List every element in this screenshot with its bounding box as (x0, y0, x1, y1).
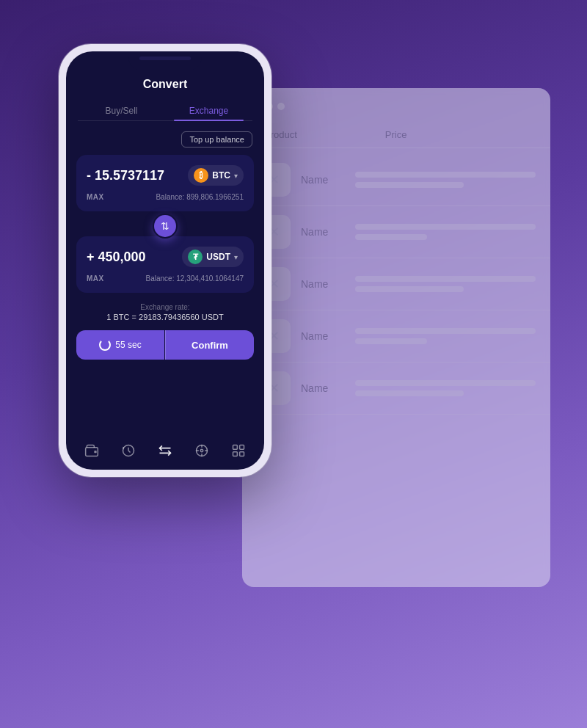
to-currency-selector[interactable]: ₮ USDT ▾ (182, 247, 244, 267)
table-row: Name (242, 206, 550, 258)
svg-rect-1 (94, 451, 96, 453)
product-name: Name (301, 382, 345, 394)
price-line-2 (355, 390, 464, 396)
confirm-button[interactable]: Confirm (165, 330, 254, 360)
background-card: Product Price Name Name Name Name (242, 88, 550, 587)
from-currency-name: BTC (212, 170, 230, 181)
to-currency-name: USDT (206, 252, 230, 262)
product-name: Name (301, 226, 345, 238)
top-up-wrapper: Top up balance (66, 131, 264, 155)
phone-frame: Convert Buy/Sell Exchange Top up balance… (59, 44, 271, 477)
from-footer: MAX Balance: 899,806.1966251 (87, 193, 244, 201)
swap-button[interactable]: ⇅ (153, 214, 178, 239)
bottom-navigation (66, 434, 264, 470)
price-lines (355, 276, 536, 292)
from-balance: Balance: 899,806.1966251 (156, 193, 244, 201)
grid-icon (231, 443, 246, 458)
svg-point-6 (200, 449, 203, 451)
action-buttons: 55 sec Confirm (76, 330, 254, 360)
swap-wrapper: ⇅ (66, 214, 264, 239)
table-row: Name (242, 154, 550, 206)
table-row: Name (242, 310, 550, 363)
price-lines (355, 380, 536, 396)
timer-label: 55 sec (115, 340, 141, 350)
to-balance: Balance: 12,304,410.1064147 (146, 274, 244, 283)
svg-rect-13 (233, 452, 238, 456)
usdt-icon: ₮ (188, 250, 203, 264)
to-footer: MAX Balance: 12,304,410.1064147 (87, 274, 244, 283)
from-currency-box: - 15.5737117 ₿ BTC ▾ MAX Balance: 899,80… (76, 155, 254, 211)
svg-rect-11 (233, 445, 238, 450)
price-line-2 (355, 182, 464, 188)
exchange-rate-value: 1 BTC = 29183.79436560 USDT (76, 313, 254, 321)
price-col-header: Price (385, 129, 407, 140)
dot-green (277, 103, 285, 110)
nav-wallet[interactable] (83, 442, 101, 459)
table-header: Product Price (242, 122, 550, 148)
history-icon (121, 443, 136, 458)
exchange-rate-label: Exchange rate: (76, 303, 254, 311)
page-title: Convert (66, 78, 264, 91)
timer-icon (99, 339, 111, 351)
explore-icon (194, 443, 209, 458)
notch-bar (139, 57, 191, 60)
product-name: Name (301, 278, 345, 290)
table-row: Name (242, 363, 550, 415)
exchange-rate-section: Exchange rate: 1 BTC = 29183.79436560 US… (76, 303, 254, 321)
price-line-1 (355, 380, 536, 386)
from-amount: - 15.5737117 (87, 168, 164, 183)
from-currency-selector[interactable]: ₿ BTC ▾ (188, 165, 244, 186)
product-name: Name (301, 174, 345, 186)
app-content: Convert Buy/Sell Exchange Top up balance… (66, 51, 264, 470)
window-dots (242, 103, 550, 122)
price-line-2 (355, 286, 464, 292)
to-amount-row: + 450,000 ₮ USDT ▾ (87, 247, 244, 267)
timer-button[interactable]: 55 sec (76, 330, 164, 360)
from-amount-row: - 15.5737117 ₿ BTC ▾ (87, 165, 244, 186)
nav-grid[interactable] (230, 442, 247, 459)
table-row: Name (242, 258, 550, 310)
price-lines (355, 172, 536, 188)
price-line-1 (355, 172, 536, 178)
phone-notch (128, 51, 202, 70)
product-name: Name (301, 330, 345, 342)
nav-explore[interactable] (193, 442, 211, 459)
price-line-1 (355, 276, 536, 282)
price-line-1 (355, 328, 536, 334)
tab-buy-sell[interactable]: Buy/Sell (78, 101, 165, 120)
top-up-button[interactable]: Top up balance (181, 131, 252, 148)
chevron-down-icon: ▾ (234, 253, 238, 261)
nav-history[interactable] (120, 442, 137, 459)
svg-rect-12 (240, 445, 244, 450)
to-currency-box: + 450,000 ₮ USDT ▾ MAX Balance: 12,304,4… (76, 236, 254, 293)
price-lines (355, 224, 536, 240)
price-line-2 (355, 234, 427, 240)
price-line-2 (355, 338, 427, 344)
chevron-down-icon: ▾ (234, 172, 238, 180)
svg-rect-14 (240, 452, 244, 456)
tab-bar: Buy/Sell Exchange (78, 101, 252, 121)
price-lines (355, 328, 536, 344)
exchange-icon (158, 443, 172, 458)
btc-icon: ₿ (194, 168, 208, 183)
to-amount: + 450,000 (87, 250, 146, 265)
wallet-icon (84, 443, 99, 458)
price-line-1 (355, 224, 536, 230)
nav-exchange[interactable] (156, 442, 174, 459)
phone-screen: Convert Buy/Sell Exchange Top up balance… (66, 51, 264, 470)
to-max-label[interactable]: MAX (87, 274, 104, 283)
from-max-label[interactable]: MAX (87, 193, 104, 201)
tab-exchange[interactable]: Exchange (165, 101, 252, 120)
